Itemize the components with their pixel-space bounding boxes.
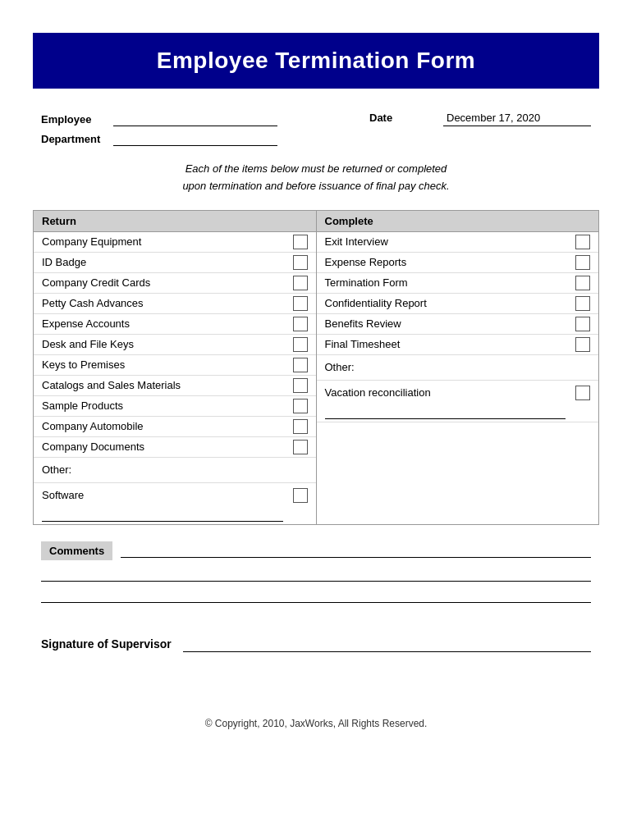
item-label: Termination Form (325, 276, 570, 289)
date-value: December 17, 2020 (443, 112, 591, 126)
vacation-item: Vacation reconciliation (317, 381, 599, 422)
signature-section: Signature of Supervisor (33, 619, 599, 652)
item-label: Company Credit Cards (42, 276, 286, 289)
checkbox[interactable] (293, 317, 308, 331)
other-label: Other: (42, 463, 308, 476)
item-label: Confidentiality Report (325, 297, 570, 309)
list-item: Confidentiality Report (317, 294, 599, 314)
header-banner: Employee Termination Form (33, 33, 599, 89)
other-item: Other: (34, 458, 316, 483)
item-label: Petty Cash Advances (42, 297, 286, 309)
checklist-section: Return Company Equipment ID Badge Compan… (33, 210, 599, 525)
vacation-checkbox[interactable] (575, 386, 590, 400)
right-fields: Date December 17, 2020 (369, 112, 591, 146)
comments-section: Comments (33, 541, 599, 603)
vacation-underline (325, 404, 566, 419)
comments-line-2[interactable] (41, 567, 591, 582)
return-column: Return Company Equipment ID Badge Compan… (34, 211, 317, 524)
list-item: ID Badge (34, 253, 316, 273)
top-fields: Employee Department Date December 17, 20… (33, 112, 599, 146)
checkbox[interactable] (575, 235, 590, 249)
item-label: Desk and File Keys (42, 338, 286, 350)
complete-column: Complete Exit Interview Expense Reports … (317, 211, 599, 524)
department-row: Department (41, 131, 277, 146)
checkbox[interactable] (575, 296, 590, 311)
list-item: Sample Products (34, 396, 316, 417)
signature-line[interactable] (183, 636, 591, 652)
checkbox[interactable] (293, 276, 308, 290)
checkbox[interactable] (293, 296, 308, 311)
comments-line-1[interactable] (121, 543, 591, 558)
list-item: Expense Accounts (34, 314, 316, 335)
checkbox[interactable] (575, 276, 590, 290)
checkbox[interactable] (293, 255, 308, 270)
list-item: Company Equipment (34, 232, 316, 253)
complete-other-item: Other: (317, 355, 599, 381)
employee-input[interactable] (113, 112, 277, 126)
return-header: Return (34, 211, 316, 232)
item-label: Keys to Premises (42, 358, 286, 371)
item-label: Expense Reports (325, 256, 570, 268)
list-item: Company Credit Cards (34, 273, 316, 294)
comments-header-row: Comments (41, 541, 591, 560)
left-fields: Employee Department (41, 112, 277, 146)
list-item: Termination Form (317, 273, 599, 294)
item-label: Catalogs and Sales Materials (42, 379, 286, 391)
list-item: Final Timesheet (317, 335, 599, 355)
checkbox[interactable] (293, 440, 308, 454)
item-label: Company Equipment (42, 235, 286, 248)
date-label: Date (369, 112, 435, 124)
instruction-line1: Each of the items below must be returned… (185, 162, 447, 175)
checkbox[interactable] (575, 317, 590, 331)
list-item: Company Documents (34, 437, 316, 458)
list-item: Expense Reports (317, 253, 599, 273)
instruction-text: Each of the items below must be returned… (33, 161, 599, 195)
software-label: Software (42, 489, 286, 501)
item-label: Exit Interview (325, 235, 570, 248)
list-item: Keys to Premises (34, 355, 316, 376)
comments-label: Comments (41, 541, 112, 560)
checkbox[interactable] (575, 337, 590, 352)
software-item: Software (34, 483, 316, 524)
checkbox[interactable] (575, 255, 590, 270)
list-item: Petty Cash Advances (34, 294, 316, 314)
footer: © Copyright, 2010, JaxWorks, All Rights … (33, 718, 599, 737)
comments-line-3[interactable] (41, 588, 591, 603)
instruction-line2: upon termination and before issuance of … (182, 180, 449, 192)
item-label: Final Timesheet (325, 338, 570, 350)
vacation-row: Vacation reconciliation (325, 383, 591, 403)
item-label: Sample Products (42, 399, 286, 412)
complete-other-row: Other: (325, 358, 591, 377)
list-item: Company Automobile (34, 417, 316, 437)
checkbox[interactable] (293, 235, 308, 249)
list-item: Catalogs and Sales Materials (34, 376, 316, 396)
checkbox[interactable] (293, 358, 308, 372)
complete-header: Complete (317, 211, 599, 232)
checkbox[interactable] (293, 337, 308, 352)
footer-text: © Copyright, 2010, JaxWorks, All Rights … (205, 718, 428, 729)
signature-label: Signature of Supervisor (41, 637, 172, 651)
form-title: Employee Termination Form (41, 48, 591, 74)
list-item: Benefits Review (317, 314, 599, 335)
list-item: Desk and File Keys (34, 335, 316, 355)
employee-row: Employee (41, 112, 277, 126)
software-row: Software (42, 486, 308, 505)
complete-other-label: Other: (325, 361, 591, 373)
software-underline (42, 507, 283, 522)
checkbox[interactable] (293, 399, 308, 413)
other-row: Other: (42, 460, 308, 480)
item-label: Company Automobile (42, 420, 286, 432)
checkbox[interactable] (293, 378, 308, 393)
item-label: Expense Accounts (42, 317, 286, 330)
employee-label: Employee (41, 113, 107, 126)
checkbox[interactable] (293, 419, 308, 434)
vacation-label: Vacation reconciliation (325, 386, 570, 399)
item-label: ID Badge (42, 256, 286, 268)
item-label: Benefits Review (325, 317, 570, 330)
item-label: Company Documents (42, 441, 286, 453)
department-input[interactable] (113, 131, 277, 146)
department-label: Department (41, 133, 107, 145)
list-item: Exit Interview (317, 232, 599, 253)
software-checkbox[interactable] (293, 488, 308, 503)
